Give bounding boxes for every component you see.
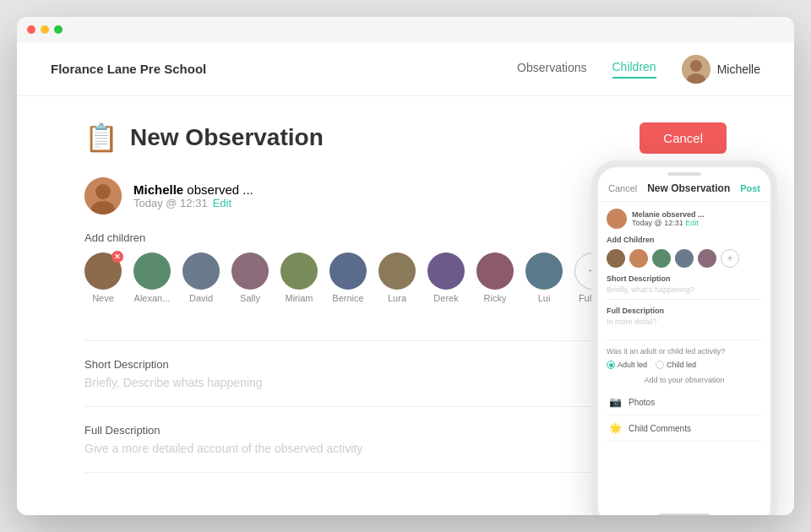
child-name-david: David [189, 293, 213, 303]
minimize-button[interactable] [41, 25, 49, 34]
child-name-miriam: Miriam [286, 293, 313, 303]
phone-adult-led-option[interactable]: Adult led [607, 361, 647, 369]
page-title-container: 📋 New Observation [84, 122, 324, 154]
nav-children[interactable]: Children [612, 60, 656, 79]
phone-child-comments-label: Child Comments [629, 424, 691, 433]
phone-child-led-option[interactable]: Child led [656, 361, 696, 369]
child-avatar-ricky [476, 252, 514, 290]
app-window: Florance Lane Pre School Observations Ch… [17, 17, 794, 515]
phone-add-children-label: Add Children [607, 236, 762, 244]
phone-children-row: + [607, 249, 762, 268]
school-name: Florance Lane Pre School [51, 62, 206, 76]
child-avatar-lura [378, 252, 416, 290]
phone-body: Melanie observed ... Today @ 12:31 Edit … [598, 202, 770, 508]
observer-info: Michelle observed ... Today @ 12:31 Edit [133, 182, 253, 209]
phone-child-4 [675, 249, 694, 268]
child-item-sally[interactable]: Sally [231, 252, 269, 303]
phone-observer-time: Today @ 12:31 Edit [632, 219, 705, 227]
child-name-lura: Lura [388, 293, 406, 303]
child-led-radio[interactable] [656, 361, 664, 369]
child-item-bernice[interactable]: Bernice [329, 252, 367, 303]
phone-observer-row: Melanie observed ... Today @ 12:31 Edit [607, 209, 762, 229]
phone-child-1 [607, 249, 625, 268]
observer-name: Michelle observed ... [133, 182, 253, 197]
observer-avatar [84, 177, 122, 214]
phone-photos-item[interactable]: 📷 Photos [607, 389, 762, 415]
edit-time-link[interactable]: Edit [213, 197, 231, 209]
child-name-bernice: Bernice [332, 293, 363, 303]
phone-radio-row: Adult led Child led [607, 361, 762, 369]
child-avatar-david [182, 252, 220, 290]
child-avatar-lui [525, 252, 563, 290]
phone-full-desc-placeholder[interactable]: In more detail? [607, 318, 762, 340]
child-name-ricky: Ricky [484, 293, 507, 303]
child-item-lui[interactable]: Lui [525, 252, 563, 303]
phone-child-5 [698, 249, 716, 268]
phone-full-desc-label: Full Description [607, 307, 762, 315]
close-button[interactable] [27, 25, 35, 34]
child-item-miriam[interactable]: Miriam [280, 252, 318, 303]
phone-child-comments-icon: 🌟 [607, 420, 623, 437]
phone-notch-area [598, 167, 770, 179]
svg-point-4 [95, 184, 111, 199]
phone-observer-text: Melanie observed ... [632, 210, 705, 219]
phone-photos-label: Photos [629, 398, 655, 407]
child-name-sally: Sally [240, 293, 260, 303]
phone-observer-avatar [607, 209, 627, 229]
child-name-alexan: Alexan... [134, 293, 171, 303]
child-name-neve: Neve [92, 293, 114, 303]
phone-cancel-label[interactable]: Cancel [608, 183, 637, 193]
main-content: 📋 New Observation Cancel Michelle obser [17, 96, 794, 515]
cancel-button[interactable]: Cancel [640, 122, 727, 154]
nav-items: Observations Children Michelle [517, 55, 760, 84]
profile-name: Michelle [717, 62, 760, 76]
phone-add-child-button[interactable]: + [721, 249, 739, 268]
child-item-alexan[interactable]: Alexan... [133, 252, 171, 303]
phone-child-2 [629, 249, 648, 268]
child-avatar-sally [231, 252, 269, 290]
title-bar [17, 17, 794, 42]
phone-photos-icon: 📷 [607, 394, 623, 410]
page-header: 📋 New Observation Cancel [84, 122, 727, 154]
phone-title: New Observation [647, 182, 730, 194]
observer-time: Today @ 12:31 Edit [133, 197, 253, 209]
child-name-derek: Derek [433, 293, 458, 303]
phone-notch [667, 172, 701, 176]
phone-edit-link[interactable]: Edit [685, 219, 699, 227]
home-indicator-bar [659, 513, 710, 515]
phone-short-desc-label: Short Description [607, 274, 762, 283]
child-item-lura[interactable]: Lura [378, 252, 416, 303]
child-item-david[interactable]: David [182, 252, 220, 303]
child-item-derek[interactable]: Derek [427, 252, 465, 303]
phone-child-3 [652, 249, 671, 268]
maximize-button[interactable] [54, 25, 63, 34]
phone-child-comments-item[interactable]: 🌟 Child Comments [607, 415, 762, 442]
page-title: New Observation [130, 124, 324, 151]
svg-point-1 [690, 60, 702, 72]
child-avatar-derek [427, 252, 465, 290]
remove-badge-neve[interactable]: ✕ [112, 251, 123, 263]
phone-post-button[interactable]: Post [740, 183, 760, 193]
child-avatar-neve: ✕ [84, 252, 122, 290]
phone-observer-info: Melanie observed ... Today @ 12:31 Edit [632, 210, 705, 227]
observer-name-bold: Michelle [133, 182, 183, 197]
adult-led-radio[interactable] [607, 361, 615, 369]
phone-add-to-observation: Add to your observation [607, 376, 762, 384]
phone-activity-question: Was it an adult or child led activity? [607, 347, 762, 356]
child-avatar-bernice [329, 252, 367, 290]
child-name-lui: Lui [538, 293, 551, 303]
observation-icon: 📋 [84, 122, 118, 154]
child-item-ricky[interactable]: Ricky [476, 252, 514, 303]
phone-header: Cancel New Observation Post [598, 179, 770, 202]
app-container: Florance Lane Pre School Observations Ch… [17, 42, 794, 515]
profile-avatar [682, 55, 710, 84]
child-avatar-miriam [280, 252, 318, 290]
nav-profile: Michelle [682, 55, 760, 84]
phone-mockup: Cancel New Observation Post Melanie obse… [591, 160, 777, 515]
phone-short-desc-placeholder[interactable]: Briefly, what's happening? [607, 285, 762, 300]
nav-observations[interactable]: Observations [517, 61, 586, 78]
child-item-neve[interactable]: ✕ Neve [84, 252, 122, 303]
phone-home-indicator [598, 508, 770, 515]
header: Florance Lane Pre School Observations Ch… [17, 42, 794, 96]
child-avatar-alexan [133, 252, 171, 290]
